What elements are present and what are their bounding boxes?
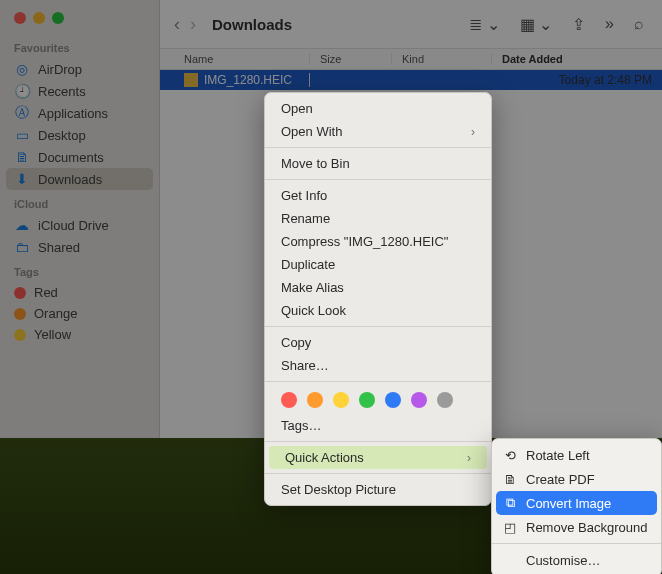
sidebar-item-label: Applications — [38, 106, 108, 121]
col-name[interactable]: Name — [160, 53, 310, 65]
col-kind[interactable]: Kind — [392, 53, 492, 65]
menu-make-alias[interactable]: Make Alias — [265, 276, 491, 299]
window-title: Downloads — [212, 16, 292, 33]
sidebar-item-label: Shared — [38, 240, 80, 255]
sidebar-item-label: Desktop — [38, 128, 86, 143]
col-date[interactable]: Date Added — [492, 53, 662, 65]
tags-header: Tags — [0, 258, 159, 282]
sidebar-item-applications[interactable]: ⒶApplications — [0, 102, 159, 124]
submenu-create-pdf[interactable]: 🗎Create PDF — [492, 467, 661, 491]
menu-separator — [265, 179, 491, 180]
favourites-header: Favourites — [0, 34, 159, 58]
sidebar-item-airdrop[interactable]: ◎AirDrop — [0, 58, 159, 80]
menu-duplicate[interactable]: Duplicate — [265, 253, 491, 276]
sidebar-item-icloud-drive[interactable]: ☁iCloud Drive — [0, 214, 159, 236]
sidebar-item-label: AirDrop — [38, 62, 82, 77]
menu-set-desktop-picture[interactable]: Set Desktop Picture — [265, 478, 491, 501]
sidebar-item-label: Downloads — [38, 172, 102, 187]
quick-actions-submenu: ⟲Rotate Left 🗎Create PDF ⧉Convert Image … — [491, 438, 662, 574]
clock-icon: 🕘 — [14, 83, 30, 99]
sidebar-item-desktop[interactable]: ▭Desktop — [0, 124, 159, 146]
rotate-left-icon: ⟲ — [502, 447, 518, 463]
tag-color-orange[interactable] — [307, 392, 323, 408]
tag-color-green[interactable] — [359, 392, 375, 408]
sidebar-item-label: Red — [34, 285, 58, 300]
menu-tags[interactable]: Tags… — [265, 414, 491, 437]
menu-open-with[interactable]: Open With› — [265, 120, 491, 143]
menu-copy[interactable]: Copy — [265, 331, 491, 354]
sidebar-item-label: Documents — [38, 150, 104, 165]
image-file-icon — [184, 73, 198, 87]
menu-share[interactable]: Share… — [265, 354, 491, 377]
share-button[interactable]: ⇪ — [568, 15, 589, 34]
shared-folder-icon: 🗀 — [14, 239, 30, 255]
menu-quick-look[interactable]: Quick Look — [265, 299, 491, 322]
sidebar-item-recents[interactable]: 🕘Recents — [0, 80, 159, 102]
pdf-icon: 🗎 — [502, 471, 518, 487]
menu-move-to-bin[interactable]: Move to Bin — [265, 152, 491, 175]
toolbar: ‹ › Downloads ≣ ⌄ ▦ ⌄ ⇪ » ⌕ — [160, 0, 662, 48]
more-button[interactable]: » — [601, 15, 618, 33]
sidebar-tag-orange[interactable]: Orange — [0, 303, 159, 324]
convert-image-icon: ⧉ — [502, 495, 518, 511]
sidebar-item-label: Recents — [38, 84, 86, 99]
chevron-right-icon: › — [467, 451, 471, 465]
menu-separator — [265, 441, 491, 442]
menu-separator — [265, 381, 491, 382]
tag-color-gray[interactable] — [437, 392, 453, 408]
forward-button[interactable]: › — [190, 14, 196, 35]
tag-color-red[interactable] — [281, 392, 297, 408]
sidebar-item-label: Orange — [34, 306, 77, 321]
desktop-icon: ▭ — [14, 127, 30, 143]
airdrop-icon: ◎ — [14, 61, 30, 77]
chevron-right-icon: › — [471, 125, 475, 139]
file-date: Today at 2:48 PM — [492, 73, 662, 87]
submenu-rotate-left[interactable]: ⟲Rotate Left — [492, 443, 661, 467]
tag-color-yellow[interactable] — [333, 392, 349, 408]
menu-quick-actions[interactable]: Quick Actions› — [269, 446, 487, 469]
file-row-selected[interactable]: IMG_1280.HEIC Today at 2:48 PM — [160, 70, 662, 90]
column-headers: Name Size Kind Date Added — [160, 48, 662, 70]
minimize-window-button[interactable] — [33, 12, 45, 24]
menu-rename[interactable]: Rename — [265, 207, 491, 230]
tag-color-purple[interactable] — [411, 392, 427, 408]
menu-separator — [265, 326, 491, 327]
menu-separator — [265, 473, 491, 474]
remove-bg-icon: ◰ — [502, 519, 518, 535]
view-list-button[interactable]: ≣ ⌄ — [465, 15, 503, 34]
menu-get-info[interactable]: Get Info — [265, 184, 491, 207]
close-window-button[interactable] — [14, 12, 26, 24]
sidebar-item-label: iCloud Drive — [38, 218, 109, 233]
menu-separator — [265, 147, 491, 148]
sidebar-tag-yellow[interactable]: Yellow — [0, 324, 159, 345]
menu-tag-colors — [265, 386, 491, 414]
menu-open[interactable]: Open — [265, 97, 491, 120]
tag-dot-icon — [14, 329, 26, 341]
window-controls — [0, 12, 159, 34]
fullscreen-window-button[interactable] — [52, 12, 64, 24]
search-button[interactable]: ⌕ — [630, 15, 648, 33]
documents-icon: 🗎 — [14, 149, 30, 165]
sidebar: Favourites ◎AirDrop 🕘Recents ⒶApplicatio… — [0, 0, 160, 438]
menu-separator — [492, 543, 661, 544]
tag-color-blue[interactable] — [385, 392, 401, 408]
col-size[interactable]: Size — [310, 53, 392, 65]
downloads-icon: ⬇ — [14, 171, 30, 187]
tag-dot-icon — [14, 308, 26, 320]
submenu-convert-image[interactable]: ⧉Convert Image — [496, 491, 657, 515]
icloud-header: iCloud — [0, 190, 159, 214]
submenu-customise[interactable]: Customise… — [492, 548, 661, 572]
applications-icon: Ⓐ — [14, 105, 30, 121]
context-menu: Open Open With› Move to Bin Get Info Ren… — [264, 92, 492, 506]
group-button[interactable]: ▦ ⌄ — [516, 15, 556, 34]
submenu-remove-background[interactable]: ◰Remove Background — [492, 515, 661, 539]
back-button[interactable]: ‹ — [174, 14, 180, 35]
tag-dot-icon — [14, 287, 26, 299]
file-name: IMG_1280.HEIC — [204, 73, 292, 87]
menu-compress[interactable]: Compress "IMG_1280.HEIC" — [265, 230, 491, 253]
sidebar-item-documents[interactable]: 🗎Documents — [0, 146, 159, 168]
sidebar-item-downloads[interactable]: ⬇Downloads — [6, 168, 153, 190]
cloud-icon: ☁ — [14, 217, 30, 233]
sidebar-tag-red[interactable]: Red — [0, 282, 159, 303]
sidebar-item-shared[interactable]: 🗀Shared — [0, 236, 159, 258]
